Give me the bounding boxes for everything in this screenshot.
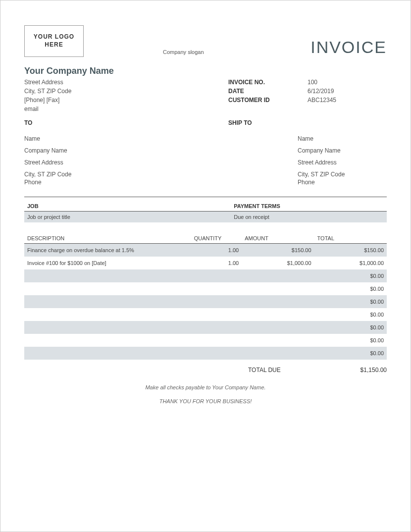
invoice-meta: INVOICE NO. DATE CUSTOMER ID 100 6/12/20… (228, 78, 387, 113)
item-description (24, 347, 191, 360)
col-quantity: QUANTITY (191, 233, 242, 244)
item-description: Finance charge on overdue balance at 1.5… (24, 244, 191, 257)
thank-you-note: THANK YOU FOR YOUR BUSINESS! (24, 398, 387, 404)
item-description (24, 321, 191, 334)
divider (24, 197, 387, 197)
company-slogan: Company slogan (84, 49, 310, 57)
total-due-row: TOTAL DUE $1,150.00 (24, 367, 387, 373)
col-amount: AMOUNT (242, 233, 314, 244)
job-title: Job or project title (24, 212, 231, 223)
job-row: Job or project title Due on receipt (24, 212, 387, 223)
label-date: DATE (228, 87, 308, 96)
item-description (24, 295, 191, 308)
item-total: $0.00 (314, 334, 387, 347)
bill-to-city: City, ST ZIP Code (24, 171, 298, 178)
item-quantity (191, 321, 242, 334)
col-description: DESCRIPTION (24, 233, 191, 244)
item-total: $0.00 (314, 282, 387, 295)
value-date: 6/12/2019 (308, 87, 336, 96)
item-quantity: 1.00 (191, 244, 242, 257)
ship-to-street: Street Address (298, 159, 387, 166)
line-item: $0.00 (24, 282, 387, 295)
ship-to-name: Name (298, 135, 387, 142)
ship-to-city: City, ST ZIP Code (298, 171, 387, 178)
company-address: Street Address City, ST ZIP Code [Phone]… (24, 78, 228, 113)
item-amount (242, 308, 314, 321)
bill-to-block: Name Company Name Street Address City, S… (24, 130, 298, 191)
item-amount (242, 334, 314, 347)
ship-to-block: Name Company Name Street Address City, S… (298, 130, 387, 191)
item-total: $0.00 (314, 347, 387, 360)
ship-to-phone: Phone (298, 179, 387, 186)
item-description (24, 308, 191, 321)
line-item: Finance charge on overdue balance at 1.5… (24, 244, 387, 257)
bill-to-name: Name (24, 135, 298, 142)
item-description (24, 282, 191, 295)
item-total: $0.00 (314, 295, 387, 308)
to-header: TO (24, 119, 228, 126)
ship-to-header: SHIP TO (228, 119, 387, 126)
bill-to-phone: Phone (24, 179, 298, 186)
line-item: $0.00 (24, 321, 387, 334)
address-block: Name Company Name Street Address City, S… (24, 130, 387, 191)
line-item: $0.00 (24, 347, 387, 360)
company-street: Street Address (24, 78, 228, 87)
item-amount (242, 282, 314, 295)
line-item: $0.00 (24, 308, 387, 321)
item-total: $0.00 (314, 321, 387, 334)
bill-to-street: Street Address (24, 159, 298, 166)
job-table: JOB PAYMENT TERMS Job or project title D… (24, 201, 387, 222)
total-due-value: $1,150.00 (327, 367, 387, 373)
item-total: $150.00 (314, 244, 387, 257)
company-phone-fax: [Phone] [Fax] (24, 96, 228, 105)
col-total: TOTAL (314, 233, 387, 244)
payment-terms: Due on receipt (231, 212, 387, 223)
value-customer-id: ABC12345 (308, 96, 336, 105)
items-table: DESCRIPTION QUANTITY AMOUNT TOTAL Financ… (24, 233, 387, 360)
item-quantity (191, 347, 242, 360)
company-meta-row: Street Address City, ST ZIP Code [Phone]… (24, 78, 387, 113)
item-amount: $150.00 (242, 244, 314, 257)
item-quantity: 1.00 (191, 257, 242, 269)
item-total: $0.00 (314, 308, 387, 321)
item-quantity (191, 269, 242, 282)
company-email: email (24, 105, 228, 113)
company-name: Your Company Name (24, 66, 387, 76)
job-header: JOB (24, 201, 231, 212)
item-quantity (191, 295, 242, 308)
item-quantity (191, 282, 242, 295)
value-invoice-no: 100 (308, 78, 336, 87)
line-item: $0.00 (24, 295, 387, 308)
label-customer-id: CUSTOMER ID (228, 96, 308, 105)
item-quantity (191, 334, 242, 347)
item-total: $0.00 (314, 269, 387, 282)
item-amount (242, 295, 314, 308)
terms-header: PAYMENT TERMS (231, 201, 387, 212)
item-total: $1,000.00 (314, 257, 387, 269)
line-item: Invoice #100 for $1000 on [Date]1.00$1,0… (24, 257, 387, 269)
bill-to-company: Company Name (24, 147, 298, 154)
line-item: $0.00 (24, 269, 387, 282)
label-invoice-no: INVOICE NO. (228, 78, 308, 87)
logo-placeholder: YOUR LOGO HERE (24, 25, 84, 57)
company-city: City, ST ZIP Code (24, 87, 228, 96)
item-amount (242, 347, 314, 360)
item-quantity (191, 308, 242, 321)
item-description (24, 269, 191, 282)
item-description (24, 334, 191, 347)
item-description: Invoice #100 for $1000 on [Date] (24, 257, 191, 269)
item-amount: $1,000.00 (242, 257, 314, 269)
ship-to-company: Company Name (298, 147, 387, 154)
item-amount (242, 321, 314, 334)
document-title: INVOICE (310, 38, 387, 57)
address-headers: TO SHIP TO (24, 119, 387, 126)
line-item: $0.00 (24, 334, 387, 347)
check-payable-note: Make all checks payable to Your Company … (24, 384, 387, 390)
header-row: YOUR LOGO HERE Company slogan INVOICE (24, 25, 387, 57)
item-amount (242, 269, 314, 282)
total-due-label: TOTAL DUE (248, 367, 327, 373)
